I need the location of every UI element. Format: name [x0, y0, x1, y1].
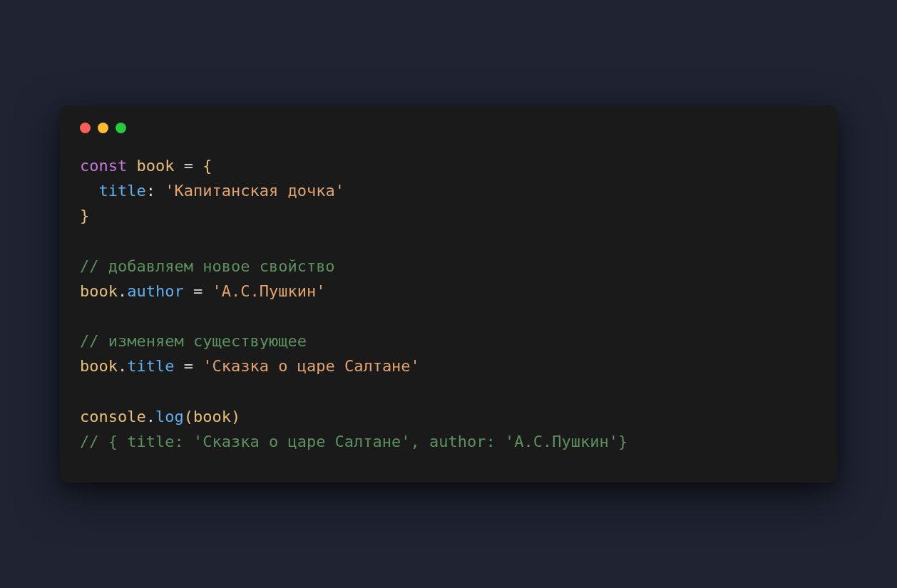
close-icon[interactable]: [80, 123, 91, 133]
comment: // добавляем новое свойство: [80, 257, 335, 275]
comment: // изменяем существующее: [80, 332, 307, 350]
string-literal: 'Капитанская дочка': [165, 182, 344, 200]
maximize-icon[interactable]: [116, 123, 126, 133]
property-title: title: [127, 357, 174, 375]
window-traffic-lights: [80, 123, 817, 133]
code-line: const book = {: [80, 157, 212, 175]
code-block: const book = { title: 'Капитанская дочка…: [80, 153, 817, 454]
code-line: // изменяем существующее: [80, 332, 307, 350]
code-line: title: 'Капитанская дочка': [80, 182, 344, 200]
code-line: // добавляем новое свойство: [80, 257, 335, 275]
identifier-book: book: [136, 157, 174, 175]
identifier-console: console: [80, 408, 146, 425]
comment: // { title: 'Сказка о царе Салтане', aut…: [80, 433, 627, 450]
string-literal: 'А.С.Пушкин': [212, 282, 325, 300]
code-line: // { title: 'Сказка о царе Салтане', aut…: [80, 433, 627, 450]
code-line: console.log(book): [80, 408, 240, 425]
code-window: const book = { title: 'Капитанская дочка…: [60, 105, 837, 483]
code-line: }: [80, 207, 89, 225]
code-line: book.author = 'А.С.Пушкин': [80, 282, 325, 300]
minimize-icon[interactable]: [98, 123, 108, 133]
string-literal: 'Сказка о царе Салтане': [203, 357, 420, 375]
argument-book: book: [193, 408, 231, 425]
keyword-const: const: [80, 157, 127, 175]
property-title: title: [99, 182, 146, 200]
identifier-book: book: [80, 357, 118, 375]
property-author: author: [127, 282, 183, 300]
code-line: book.title = 'Сказка о царе Салтане': [80, 357, 420, 375]
identifier-book: book: [80, 282, 118, 300]
method-log: log: [155, 408, 184, 425]
